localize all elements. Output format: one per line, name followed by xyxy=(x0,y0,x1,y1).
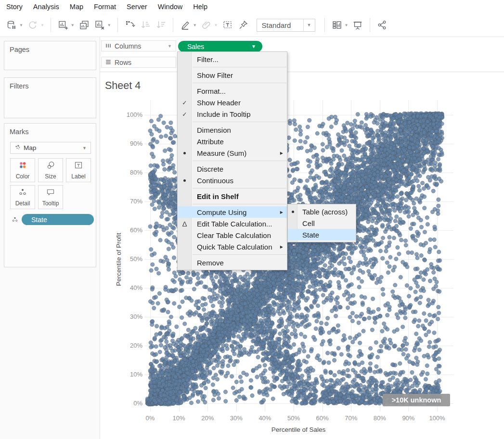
menu-item-continuous[interactable]: Continuous xyxy=(178,175,287,186)
dropdown-caret-icon[interactable]: ▼ xyxy=(214,23,218,27)
filters-shelf[interactable]: Filters xyxy=(4,77,96,118)
menu-separator xyxy=(178,252,287,257)
menu-item-edit-table-calculation[interactable]: ΔEdit Table Calculation... xyxy=(178,218,287,229)
unknown-values-badge[interactable]: >10K unknown xyxy=(383,394,450,406)
menu-item-cell[interactable]: Cell xyxy=(288,217,356,229)
menu-gutter-cell xyxy=(178,53,192,65)
text-label-button[interactable] xyxy=(220,17,235,33)
menu-item-table-across[interactable]: Table (across) xyxy=(288,206,356,217)
menu-item-show-filter[interactable]: Show Filter xyxy=(178,69,287,81)
menubar-item-analysis[interactable]: Analysis xyxy=(28,3,65,11)
swap-axes-icon xyxy=(124,19,136,31)
menu-item-show-header[interactable]: ✓Show Header xyxy=(178,97,287,108)
toolbar-left-group: ▼▼▼▼▼▼ xyxy=(4,17,251,33)
worksheet: Sheet 4 Percentile of Profit Percentile … xyxy=(100,72,504,439)
rows-shelf[interactable]: Rows xyxy=(101,57,176,68)
menu-gutter-cell xyxy=(178,206,192,218)
dropdown-caret-icon[interactable]: ▼ xyxy=(345,23,349,27)
menu-item-quick-table-calculation[interactable]: Quick Table Calculation▶ xyxy=(178,241,287,252)
pages-shelf[interactable]: Pages xyxy=(4,41,96,70)
menu-item-clear-table-calculation[interactable]: Clear Table Calculation xyxy=(178,229,287,241)
marks-size-button[interactable]: Size xyxy=(38,158,63,182)
y-tick-label: 100% xyxy=(114,111,142,118)
menubar-item-format[interactable]: Format xyxy=(89,3,121,11)
presentation-mode-button[interactable] xyxy=(350,17,365,33)
fit-selector[interactable]: Standard ▼ xyxy=(257,19,315,32)
menu-item-edit-in-shelf[interactable]: Edit in Shelf xyxy=(178,190,287,202)
menu-item-format[interactable]: Format... xyxy=(178,85,287,97)
highlight-pen-button[interactable]: ▼ xyxy=(178,17,199,33)
clear-sheet-button[interactable]: ▼ xyxy=(92,17,113,33)
menu-item-remove[interactable]: Remove xyxy=(178,257,287,268)
menubar-item-server[interactable]: Server xyxy=(121,3,153,11)
sort-descending-button[interactable] xyxy=(153,17,168,33)
sort-ascending-button[interactable] xyxy=(138,17,153,33)
menubar-item-window[interactable]: Window xyxy=(153,3,188,11)
sales-pill[interactable]: Sales ▼ xyxy=(178,41,262,52)
x-tick-label: 50% xyxy=(282,414,305,422)
new-worksheet-button[interactable]: ▼ xyxy=(55,17,77,33)
menu-item-label: Measure (Sum) xyxy=(197,149,246,157)
paperclip-button[interactable]: ▼ xyxy=(199,17,220,33)
mark-type-dropdown[interactable]: Map ▼ xyxy=(10,142,91,154)
x-tick-label: 100% xyxy=(426,414,449,422)
menubar-item-help[interactable]: Help xyxy=(188,3,213,11)
show-cards-button[interactable]: ▼ xyxy=(329,17,350,33)
shelves-area: Columns ▼ Sales ▼ Rows xyxy=(100,37,504,72)
share-button[interactable] xyxy=(375,17,390,33)
y-tick-label: 10% xyxy=(114,371,142,378)
menubar-item-story[interactable]: Story xyxy=(1,3,28,11)
data-pause-button[interactable]: ▼ xyxy=(4,17,25,33)
chevron-down-icon[interactable]: ▼ xyxy=(303,19,315,31)
menu-item-state[interactable]: State xyxy=(288,229,356,240)
pin-button[interactable] xyxy=(235,17,251,33)
menu-item-compute-using[interactable]: Compute Using▶ xyxy=(178,206,287,218)
menu-item-attribute[interactable]: Attribute xyxy=(178,136,287,147)
menu-item-label: Filter... xyxy=(197,55,219,63)
swap-axes-button[interactable] xyxy=(122,17,138,33)
y-tick-label: 0% xyxy=(114,400,142,407)
duplicate-sheet-button[interactable] xyxy=(77,17,92,33)
marks-label-button[interactable]: Label xyxy=(66,158,91,182)
x-tick-label: 10% xyxy=(168,414,191,422)
menu-gutter-cell xyxy=(178,190,192,202)
fit-selector-value: Standard xyxy=(257,21,303,29)
menu-item-label: Clear Table Calculation xyxy=(197,231,271,239)
menu-gutter-cell xyxy=(178,163,192,175)
menu-separator xyxy=(178,65,287,69)
map-mark-icon xyxy=(14,144,21,152)
x-tick-label: 60% xyxy=(311,414,334,422)
state-pill[interactable]: State xyxy=(22,214,94,225)
y-tick-label: 30% xyxy=(114,313,142,320)
presentation-mode-icon xyxy=(352,19,363,31)
pill-context-menu: Filter...Show FilterFormat...✓Show Heade… xyxy=(177,51,287,270)
x-tick-label: 40% xyxy=(253,414,276,422)
submenu-arrow-icon: ▶ xyxy=(280,210,283,214)
dropdown-caret-icon[interactable]: ▼ xyxy=(19,23,23,27)
x-tick-label: 30% xyxy=(225,414,248,422)
pill-dropdown-caret-icon[interactable]: ▼ xyxy=(251,44,256,49)
dropdown-caret-icon[interactable]: ▼ xyxy=(107,23,111,27)
menubar-item-map[interactable]: Map xyxy=(65,3,89,11)
menu-item-discrete[interactable]: Discrete xyxy=(178,163,287,175)
marks-color-button[interactable]: Color xyxy=(10,158,35,182)
menu-item-include-in-tooltip[interactable]: ✓Include in Tooltip xyxy=(178,108,287,120)
menu-item-dimension[interactable]: Dimension xyxy=(178,124,287,136)
columns-shelf[interactable]: Columns ▼ xyxy=(101,40,176,51)
chevron-down-icon[interactable]: ▼ xyxy=(82,146,87,151)
marks-tooltip-button[interactable]: Tooltip xyxy=(38,185,63,209)
dropdown-caret-icon[interactable]: ▼ xyxy=(40,23,44,27)
columns-label: Columns xyxy=(115,42,168,50)
menu-gutter-cell xyxy=(178,69,192,81)
dropdown-caret-icon[interactable]: ▼ xyxy=(71,23,75,27)
chevron-down-icon[interactable]: ▼ xyxy=(168,44,172,49)
marks-detail-button[interactable]: Detail xyxy=(10,185,35,209)
refresh-button[interactable]: ▼ xyxy=(25,17,46,33)
menu-item-label: Table (across) xyxy=(302,208,348,216)
menu-separator xyxy=(178,81,287,85)
tableau-window: StoryAnalysisMapFormatServerWindowHelp ▼… xyxy=(0,0,504,439)
menu-item-measure-sum[interactable]: Measure (Sum)▶ xyxy=(178,147,287,159)
menu-item-label: Quick Table Calculation xyxy=(197,243,272,251)
dropdown-caret-icon[interactable]: ▼ xyxy=(193,23,197,27)
menu-item-filter[interactable]: Filter... xyxy=(178,53,287,65)
